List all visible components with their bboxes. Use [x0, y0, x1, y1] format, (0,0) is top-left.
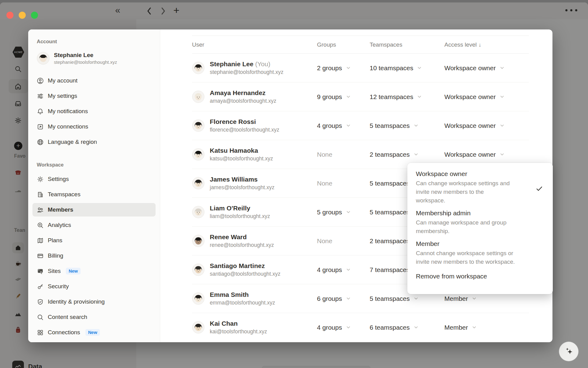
settings-nav-item-my-connections[interactable]: My connections	[32, 120, 156, 133]
teamspaces-cell[interactable]: 12 teamspaces	[370, 93, 444, 101]
member-email: stephanie@toolsforthought.xyz	[210, 69, 284, 75]
settings-nav-item-billing[interactable]: Billing	[32, 249, 156, 263]
member-name: Emma Smith	[210, 291, 275, 298]
member-email: emma@toolsforthought.xyz	[210, 300, 275, 306]
avatar	[37, 52, 50, 65]
nav-item-label: Members	[48, 206, 73, 213]
access-level-cell[interactable]: Workspace owner	[444, 93, 529, 101]
members-table-header: User Groups Teamspaces Access level↓	[192, 36, 529, 54]
magnifier-icon	[37, 314, 44, 321]
ai-assistant-button[interactable]	[559, 342, 579, 361]
teamspaces-cell[interactable]: 10 teamspaces	[370, 64, 444, 72]
chevron-down-icon	[414, 296, 418, 301]
chevron-down-icon	[472, 296, 477, 301]
member-row-kai-chan: Kai Chan kai@toolsforthought.xyz4 groups…	[192, 313, 529, 342]
teamspaces-cell[interactable]: 5 teamspaces	[370, 122, 444, 129]
chevron-down-icon	[346, 296, 351, 301]
access-option-workspace-owner[interactable]: Workspace owner Can change workspace set…	[416, 170, 544, 205]
access-option-description: Cannot change workspace settings or invi…	[416, 249, 522, 266]
window-controls	[6, 12, 38, 19]
screen: « + ACME + F	[0, 0, 588, 368]
settings-nav-item-security[interactable]: Security	[32, 280, 156, 293]
nav-item-label: My settings	[48, 93, 77, 99]
chevron-down-icon	[346, 267, 351, 272]
settings-nav-item-settings[interactable]: Settings	[32, 172, 156, 186]
settings-nav-item-members[interactable]: Members	[32, 203, 156, 217]
access-option-membership-admin[interactable]: Membership admin Can manage workspace an…	[416, 209, 544, 236]
settings-nav-item-my-notifications[interactable]: My notifications	[32, 105, 156, 118]
user-cell: Liam O'Reilly liam@toolsforthought.xyz	[192, 205, 317, 220]
sparkles-icon	[564, 346, 574, 357]
access-option-title: Member	[416, 240, 544, 247]
teamspaces-cell[interactable]: 6 teamspaces	[370, 324, 444, 331]
groups-cell[interactable]: 4 groups	[317, 266, 370, 274]
close-window-button[interactable]	[6, 12, 13, 19]
zoom-window-button[interactable]	[31, 12, 38, 19]
chevron-down-icon	[414, 325, 418, 330]
access-level-cell[interactable]: Workspace owner	[444, 151, 529, 158]
avatar	[192, 62, 205, 74]
bell-icon	[37, 108, 44, 115]
settings-nav-item-my-account[interactable]: My account	[32, 74, 156, 87]
access-option-description: Can manage workspace and group membershi…	[416, 218, 508, 236]
access-level-cell[interactable]: Workspace owner	[444, 122, 529, 129]
groups-cell[interactable]: 5 groups	[317, 209, 370, 216]
settings-nav-item-analytics[interactable]: Analytics	[32, 218, 156, 232]
nav-item-label: My connections	[48, 123, 88, 130]
groups-cell[interactable]: 9 groups	[317, 93, 370, 101]
member-name: Kai Chan	[210, 320, 267, 327]
user-cell: Emma Smith emma@toolsforthought.xyz	[192, 291, 317, 306]
settings-nav-item-sites[interactable]: SitesNew	[32, 264, 156, 278]
groups-cell[interactable]: 2 groups	[317, 64, 370, 72]
remove-from-workspace-option[interactable]: Remove from workspace	[416, 273, 544, 280]
nav-item-label: Language & region	[48, 139, 97, 145]
access-option-title: Workspace owner	[416, 170, 544, 178]
user-cell: James Williams james@toolsforthought.xyz	[192, 176, 317, 191]
account-section-label: Account	[37, 39, 156, 45]
column-access-level[interactable]: Access level↓	[444, 41, 529, 48]
avatar	[192, 321, 205, 334]
column-groups: Groups	[317, 41, 370, 48]
chevron-down-icon	[417, 66, 422, 70]
chevron-down-icon	[346, 210, 351, 214]
nav-item-label: My notifications	[48, 108, 88, 115]
nav-item-label: Settings	[48, 176, 69, 182]
settings-nav-item-plans[interactable]: Plans	[32, 234, 156, 247]
settings-nav-item-my-settings[interactable]: My settings	[32, 89, 156, 103]
workspace-nav-list: SettingsTeamspacesMembersAnalyticsPlansB…	[32, 172, 156, 339]
member-name: Renee Ward	[210, 233, 274, 241]
groups-cell[interactable]: 6 groups	[317, 295, 370, 302]
teamspaces-cell[interactable]: 2 teamspaces	[370, 151, 444, 158]
settings-nav-item-identity-provisioning[interactable]: Identity & provisioning	[32, 295, 156, 309]
arrow-up-right-box-icon	[37, 123, 44, 130]
credit-card-icon	[37, 252, 44, 259]
nav-item-label: Content search	[48, 314, 87, 320]
user-cell: Amaya Hernandez amaya@toolsforthought.xy…	[192, 89, 317, 104]
column-teamspaces: Teamspaces	[370, 41, 444, 48]
app-window: « + ACME + F	[0, 2, 588, 368]
you-tag: (You)	[253, 60, 270, 67]
teamspaces-cell[interactable]: 5 teamspaces	[370, 295, 444, 302]
access-level-cell[interactable]: Member	[444, 295, 529, 302]
column-user: User	[192, 41, 317, 48]
chevron-down-icon	[346, 66, 351, 70]
member-name: Amaya Hernandez	[210, 89, 276, 97]
minimize-window-button[interactable]	[19, 12, 26, 19]
access-level-cell[interactable]: Member	[444, 324, 529, 331]
groups-cell: None	[317, 237, 370, 245]
groups-cell[interactable]: 4 groups	[317, 324, 370, 331]
chevron-down-icon	[414, 152, 418, 157]
groups-cell[interactable]: 4 groups	[317, 122, 370, 129]
settings-nav-item-teamspaces[interactable]: Teamspaces	[32, 188, 156, 201]
access-level-cell[interactable]: Workspace owner	[444, 64, 529, 72]
settings-nav-item-language-region[interactable]: Language & region	[32, 135, 156, 149]
member-row-amaya-hernandez: Amaya Hernandez amaya@toolsforthought.xy…	[192, 82, 529, 111]
chevron-down-icon	[346, 94, 351, 99]
member-row-florence-rossi: Florence Rossi florence@toolsforthought.…	[192, 111, 529, 140]
settings-nav-item-content-search[interactable]: Content search	[32, 310, 156, 324]
settings-nav-item-connections[interactable]: ConnectionsNew	[32, 326, 156, 339]
nav-item-label: My account	[48, 77, 77, 84]
nav-item-label: Security	[48, 283, 69, 290]
member-email: katsu@toolsforthought.xyz	[210, 155, 273, 162]
access-option-member[interactable]: Member Cannot change workspace settings …	[416, 240, 544, 266]
